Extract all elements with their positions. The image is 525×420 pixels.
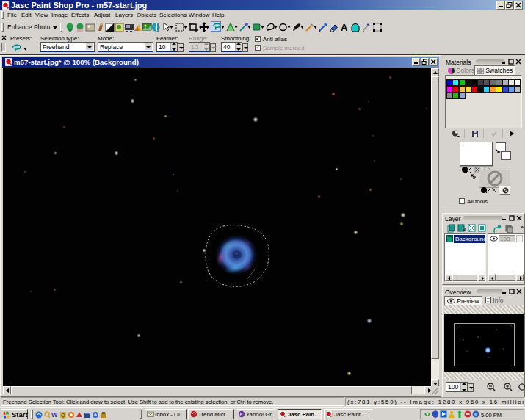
svg-text:A: A — [341, 22, 348, 32]
svg-text:e: e — [240, 412, 243, 417]
svg-text:Q: Q — [61, 413, 65, 419]
svg-text:W: W — [51, 411, 58, 419]
